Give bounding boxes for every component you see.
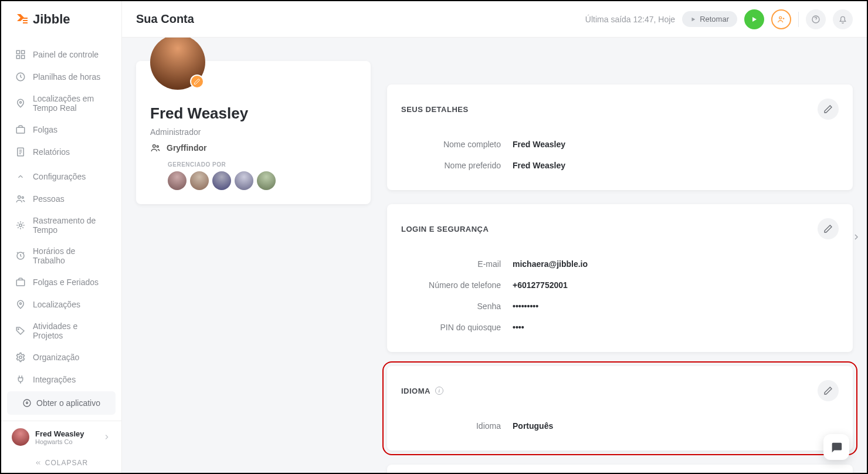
user-org: Hogwarts Co [35, 438, 97, 445]
user-footer-info: Fred Weasley Hogwarts Co [35, 429, 97, 445]
row-value: ••••••••• [513, 302, 538, 311]
profile-avatar-wrap [150, 38, 205, 90]
nav-label: Integrações [33, 375, 76, 384]
logo[interactable]: Jibble [1, 1, 121, 38]
profile-group: Gryffindor [150, 143, 357, 153]
help-button[interactable] [806, 9, 826, 29]
card-title-text: IDIOMA [401, 387, 430, 395]
profile-avatar [150, 38, 205, 90]
svg-rect-2 [16, 56, 19, 59]
tag-icon [15, 326, 26, 336]
nav-label: Pessoas [33, 194, 65, 204]
edit-button[interactable] [818, 99, 839, 120]
nav-timeoff[interactable]: Folgas [1, 118, 121, 141]
edit-button[interactable] [818, 380, 839, 401]
nav-holidays[interactable]: Folgas e Feriados [1, 271, 121, 293]
manager-avatar[interactable] [212, 171, 231, 190]
chevrons-left-icon [35, 459, 42, 466]
svg-point-14 [18, 329, 19, 330]
manager-avatar[interactable] [168, 171, 187, 190]
row-label: Nome completo [401, 140, 513, 149]
nav-label: Painel de controle [33, 50, 99, 59]
last-out-text: Última saída 12:47, Hoje [585, 15, 675, 24]
briefcase-icon [15, 277, 26, 287]
notification-button[interactable] [833, 9, 853, 29]
user-name: Fred Weasley [35, 429, 97, 438]
detail-row: Senha ••••••••• [401, 296, 839, 317]
collapse-button[interactable]: COLAPSAR [1, 453, 121, 473]
profile-name: Fred Weasley [150, 104, 357, 123]
edit-avatar-button[interactable] [190, 75, 204, 89]
get-app-button[interactable]: Obter o aplicativo [7, 391, 116, 415]
chat-button[interactable] [823, 434, 849, 460]
nav-reports[interactable]: Relatórios [1, 141, 121, 163]
nav-time-tracking[interactable]: Rastreamento de Tempo [1, 210, 121, 241]
pin-icon [15, 299, 26, 310]
manager-avatar[interactable] [235, 171, 253, 190]
dashboard-icon [15, 49, 26, 60]
detail-row: Nome completo Fred Weasley [401, 134, 839, 155]
svg-rect-12 [16, 280, 25, 286]
nav-timesheets[interactable]: Planilhas de horas [1, 66, 121, 88]
nav-label: Atividades e Projetos [33, 321, 107, 340]
play-button[interactable] [744, 9, 764, 29]
location-icon [15, 98, 26, 109]
nav-label: Localizações [33, 300, 80, 309]
people-icon [15, 194, 26, 204]
nav-live-locations[interactable]: Localizações em Tempo Real [1, 88, 121, 118]
row-label: Número de telefone [401, 280, 513, 290]
avatar [12, 428, 29, 446]
nav-locations[interactable]: Localizações [1, 293, 121, 316]
info-icon[interactable]: i [435, 387, 443, 395]
download-icon [22, 398, 32, 408]
nav-label: Planilhas de horas [33, 72, 100, 82]
nav-label: Relatórios [33, 147, 70, 157]
nav-dashboard[interactable]: Painel de controle [1, 43, 121, 66]
svg-rect-6 [16, 127, 25, 133]
collapse-label: COLAPSAR [45, 459, 88, 467]
main: Fred Weasley Administrador Gryffindor GE… [122, 38, 867, 473]
profile-card: Fred Weasley Administrador Gryffindor GE… [136, 61, 371, 204]
report-icon [15, 147, 26, 157]
tracking-icon [15, 220, 26, 231]
svg-point-8 [18, 196, 21, 199]
nav-organization[interactable]: Organização [1, 346, 121, 368]
nav-integrations[interactable]: Integrações [1, 368, 121, 391]
resume-button[interactable]: Retomar [682, 11, 737, 27]
card-title: LOGIN E SEGURANÇA [401, 225, 489, 233]
nav-work-schedules[interactable]: Horários de Trabalho [1, 241, 121, 271]
row-value: +60127752001 [513, 280, 568, 290]
edit-button[interactable] [818, 218, 839, 239]
group-icon [150, 143, 161, 153]
card-title: SEUS DETALHES [401, 105, 469, 114]
right-column: SEUS DETALHES Nome completo Fred Weasley… [387, 61, 853, 473]
plug-icon [15, 374, 26, 385]
svg-point-20 [157, 145, 158, 147]
resume-label: Retomar [700, 15, 729, 23]
card-datetime: DATA E HORA i [387, 465, 853, 473]
managers [168, 171, 357, 190]
chevron-up-icon [15, 171, 26, 182]
jibble-logo-icon [15, 12, 29, 26]
card-language: IDIOMA i Idioma Português [387, 366, 853, 451]
svg-rect-1 [22, 50, 25, 53]
manager-avatar[interactable] [257, 171, 276, 190]
settings-section-toggle[interactable]: Configurações [1, 163, 121, 188]
clock-icon [15, 72, 26, 82]
briefcase-icon [15, 124, 26, 135]
card-login-security: LOGIN E SEGURANÇA E-mail michaera@jibble… [387, 204, 853, 352]
svg-point-17 [779, 16, 782, 19]
member-button[interactable] [771, 9, 791, 29]
row-value: Fred Weasley [513, 161, 565, 170]
group-name: Gryffindor [167, 143, 206, 153]
nav-activities[interactable]: Atividades e Projetos [1, 316, 121, 346]
topbar: Sua Conta Última saída 12:47, Hoje Retom… [122, 1, 867, 38]
expand-button[interactable] [849, 230, 863, 244]
nav-label: Rastreamento de Tempo [33, 216, 107, 235]
nav-label: Folgas e Feriados [33, 277, 99, 287]
manager-avatar[interactable] [190, 171, 209, 190]
nav-people[interactable]: Pessoas [1, 188, 121, 210]
nav-label: Organização [33, 353, 79, 362]
user-footer[interactable]: Fred Weasley Hogwarts Co [1, 421, 121, 453]
detail-row: Nome preferido Fred Weasley [401, 155, 839, 176]
